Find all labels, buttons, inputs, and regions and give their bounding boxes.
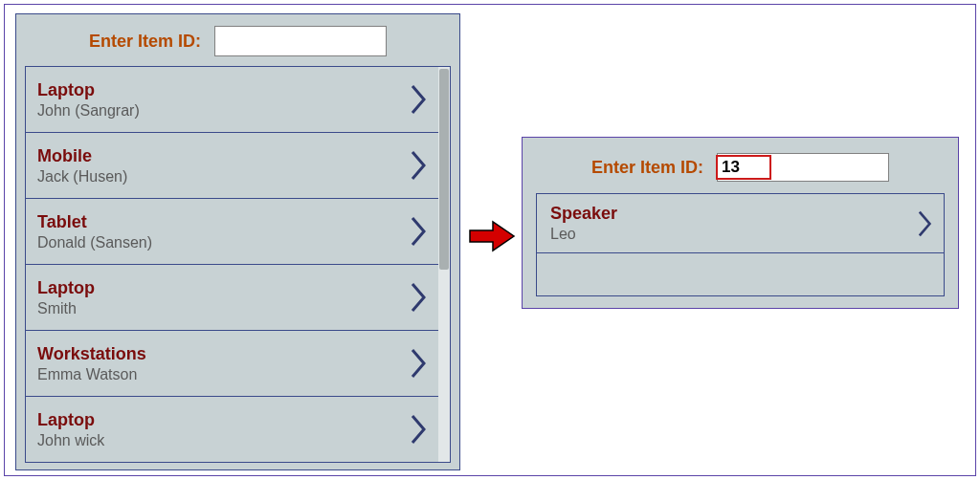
- item-subtitle: John wick: [37, 432, 104, 449]
- list-item[interactable]: Tablet Donald (Sansen): [26, 199, 438, 265]
- chevron-right-icon: [410, 413, 429, 446]
- item-subtitle: Jack (Husen): [37, 168, 127, 185]
- item-title: Speaker: [550, 204, 617, 224]
- list-item[interactable]: Workstations Emma Watson: [26, 331, 438, 397]
- scrollbar-thumb[interactable]: [439, 69, 449, 270]
- item-title: Workstations: [37, 344, 146, 364]
- screenshot-frame: Enter Item ID: Laptop John (Sangrar) Mob…: [4, 4, 976, 476]
- chevron-right-icon: [917, 209, 934, 238]
- item-title: Laptop: [37, 278, 95, 298]
- list-item[interactable]: Laptop John wick: [26, 397, 438, 462]
- search-label: Enter Item ID:: [89, 32, 201, 52]
- list-item[interactable]: Mobile Jack (Husen): [26, 133, 438, 199]
- list-item[interactable]: Speaker Leo: [537, 194, 944, 253]
- empty-row: [537, 253, 944, 282]
- item-list-panel-after: Enter Item ID: Speaker Leo: [522, 137, 959, 309]
- item-subtitle: Donald (Sansen): [37, 234, 152, 251]
- item-id-input[interactable]: [214, 26, 387, 56]
- list-item[interactable]: Laptop John (Sangrar): [26, 67, 438, 133]
- search-row: Enter Item ID:: [16, 14, 459, 66]
- item-title: Tablet: [37, 212, 152, 232]
- scrollbar[interactable]: [438, 67, 450, 462]
- list-item[interactable]: Laptop Smith: [26, 265, 438, 331]
- chevron-right-icon: [410, 215, 429, 248]
- arrow-right-icon: [468, 219, 516, 253]
- chevron-right-icon: [410, 281, 429, 314]
- item-list-container: Laptop John (Sangrar) Mobile Jack (Husen…: [25, 66, 451, 463]
- search-label: Enter Item ID:: [591, 158, 703, 178]
- item-subtitle: Smith: [37, 300, 95, 317]
- item-title: Laptop: [37, 410, 104, 430]
- chevron-right-icon: [410, 347, 429, 380]
- item-list: Laptop John (Sangrar) Mobile Jack (Husen…: [26, 67, 438, 462]
- item-id-input[interactable]: [717, 153, 889, 182]
- item-subtitle: Leo: [550, 226, 617, 243]
- chevron-right-icon: [410, 149, 429, 182]
- svg-marker-0: [470, 222, 514, 251]
- item-title: Mobile: [37, 146, 127, 166]
- item-list-container: Speaker Leo: [536, 193, 945, 296]
- item-title: Laptop: [37, 80, 140, 100]
- item-subtitle: John (Sangrar): [37, 102, 140, 120]
- item-subtitle: Emma Watson: [37, 366, 146, 383]
- search-row: Enter Item ID:: [523, 138, 958, 193]
- chevron-right-icon: [410, 83, 429, 116]
- item-list-panel-before: Enter Item ID: Laptop John (Sangrar) Mob…: [15, 13, 460, 470]
